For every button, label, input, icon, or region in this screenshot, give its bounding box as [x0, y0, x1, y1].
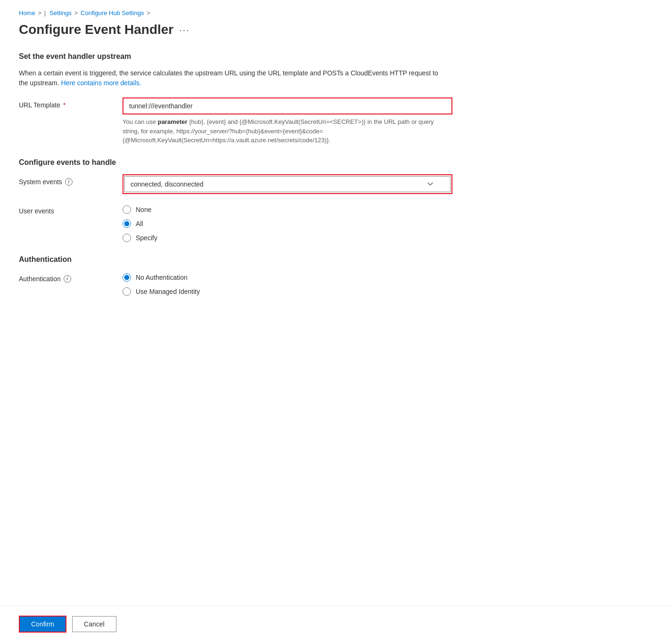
- user-events-control: None All Specify: [123, 203, 452, 242]
- url-template-control: You can use parameter {hub}, {event} and…: [123, 98, 452, 145]
- breadcrumb-pipe: |: [44, 9, 46, 16]
- system-events-info-icon[interactable]: i: [65, 178, 73, 186]
- system-events-value: connected, disconnected: [131, 180, 204, 188]
- auth-managed-identity[interactable]: Use Managed Identity: [123, 287, 452, 296]
- main-content: Home > | Settings > Configure Hub Settin…: [0, 0, 672, 606]
- breadcrumb-home[interactable]: Home: [19, 9, 35, 16]
- page-title-row: Configure Event Handler ···: [19, 22, 653, 37]
- authentication-label: Authentication i: [19, 271, 123, 283]
- user-events-specify-label: Specify: [136, 234, 157, 242]
- user-events-all-label: All: [136, 220, 143, 228]
- url-input-wrapper: [123, 98, 452, 114]
- hint-bold-parameter: parameter: [158, 118, 188, 125]
- authentication-row: Authentication i No Authentication Use M…: [19, 271, 653, 296]
- user-events-none[interactable]: None: [123, 205, 452, 214]
- description-link[interactable]: Here contains more details.: [61, 79, 141, 87]
- page-title: Configure Event Handler: [19, 22, 173, 37]
- user-events-row: User events None All: [19, 203, 653, 242]
- url-template-label: URL Template *: [19, 98, 123, 109]
- auth-no-auth[interactable]: No Authentication: [123, 273, 452, 282]
- authentication-section: Authentication Authentication i No Authe…: [19, 255, 653, 296]
- breadcrumb-sep-3: >: [147, 10, 150, 16]
- user-events-label: User events: [19, 203, 123, 215]
- url-template-row: URL Template * You can use parameter {hu…: [19, 98, 653, 145]
- authentication-radio-group: No Authentication Use Managed Identity: [123, 271, 452, 296]
- system-events-dropdown-container: connected, disconnected: [124, 176, 451, 192]
- user-events-all[interactable]: All: [123, 219, 452, 228]
- user-events-all-radio[interactable]: [123, 219, 131, 228]
- upstream-section-title: Set the event handler upstream: [19, 52, 653, 61]
- breadcrumb-settings[interactable]: Settings: [49, 9, 72, 16]
- system-events-dropdown[interactable]: connected, disconnected: [124, 176, 451, 192]
- system-events-row: System events i connected, disconnected: [19, 174, 653, 194]
- url-template-input[interactable]: [124, 99, 451, 113]
- user-events-specify-radio[interactable]: [123, 234, 131, 242]
- authentication-info-icon[interactable]: i: [64, 275, 71, 283]
- breadcrumb-sep-1: >: [38, 10, 41, 16]
- chevron-down-icon: [427, 182, 433, 186]
- configure-events-section: Configure events to handle System events…: [19, 158, 653, 242]
- authentication-section-title: Authentication: [19, 255, 653, 264]
- page-container: Home > | Settings > Configure Hub Settin…: [0, 0, 672, 642]
- cancel-button[interactable]: Cancel: [72, 616, 116, 632]
- breadcrumb-sep-2: >: [74, 10, 78, 16]
- configure-events-title: Configure events to handle: [19, 158, 653, 167]
- auth-managed-identity-label: Use Managed Identity: [136, 288, 200, 295]
- required-star: *: [63, 101, 66, 109]
- system-events-label: System events i: [19, 174, 123, 186]
- title-ellipsis-menu[interactable]: ···: [179, 24, 190, 35]
- system-events-control: connected, disconnected: [123, 174, 452, 194]
- system-events-dropdown-wrapper: connected, disconnected: [123, 174, 452, 194]
- auth-no-auth-label: No Authentication: [136, 274, 188, 281]
- footer: Confirm Cancel: [0, 606, 672, 642]
- upstream-description: When a certain event is triggered, the s…: [19, 68, 443, 88]
- url-hint-text: You can use parameter {hub}, {event} and…: [123, 117, 443, 145]
- breadcrumb: Home > | Settings > Configure Hub Settin…: [19, 9, 653, 16]
- user-events-none-radio[interactable]: [123, 205, 131, 214]
- confirm-button[interactable]: Confirm: [19, 616, 66, 633]
- user-events-specify[interactable]: Specify: [123, 234, 452, 242]
- authentication-control: No Authentication Use Managed Identity: [123, 271, 452, 296]
- user-events-none-label: None: [136, 206, 151, 213]
- auth-managed-identity-radio[interactable]: [123, 287, 131, 296]
- auth-no-auth-radio[interactable]: [123, 273, 131, 282]
- upstream-section: Set the event handler upstream When a ce…: [19, 52, 653, 145]
- user-events-radio-group: None All Specify: [123, 203, 452, 242]
- breadcrumb-configure-hub[interactable]: Configure Hub Settings: [81, 9, 144, 16]
